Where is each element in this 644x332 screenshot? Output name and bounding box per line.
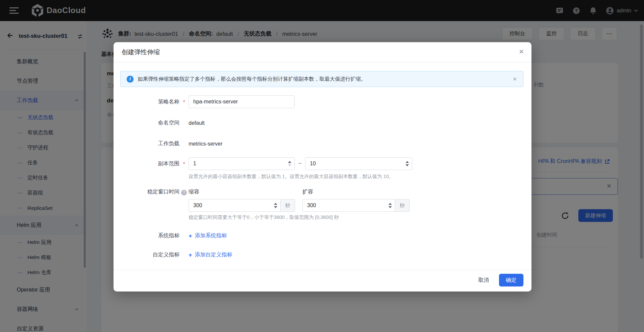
add-system-metric-link[interactable]: + 添加系统指标: [189, 232, 227, 239]
plus-icon: +: [189, 233, 192, 239]
required-asterisk: *: [183, 161, 185, 167]
replica-min-stepper[interactable]: [288, 161, 291, 166]
modal-close-icon[interactable]: ✕: [519, 48, 524, 56]
replica-max-input[interactable]: 10: [305, 157, 412, 170]
stability-window-label: 稳定窗口时间: [114, 188, 180, 212]
replica-min-input[interactable]: 1: [189, 157, 295, 170]
scale-in-stepper[interactable]: [274, 203, 277, 208]
scale-out-window-input[interactable]: 300: [302, 199, 395, 212]
modal-footer-divider: [114, 270, 531, 270]
plus-icon: +: [189, 252, 192, 258]
modal-footer: 取消 确定: [478, 274, 523, 286]
stability-window-helper: 稳定窗口时间需要大于等于0，小于等于3600，取值范围为 [0,3600] 秒: [189, 214, 339, 221]
add-custom-metric-link[interactable]: + 添加自定义指标: [189, 251, 232, 258]
app-root: DaoCloud ? admin: [0, 0, 644, 332]
modal-title: 创建弹性伸缩: [122, 42, 160, 62]
scale-out-group: 300 秒: [302, 199, 410, 212]
scale-out-stepper[interactable]: [388, 203, 392, 208]
seconds-unit: 秒: [395, 199, 410, 212]
scale-in-group: 300 秒: [189, 199, 295, 212]
replica-max-stepper[interactable]: [406, 161, 409, 166]
namespace-label: 命名空间: [114, 119, 180, 127]
namespace-value: default: [189, 120, 205, 126]
info-icon: i: [127, 76, 134, 83]
seconds-unit: 秒: [281, 199, 295, 212]
modal-header-divider: [114, 62, 531, 63]
replica-range-label: 副本范围: [114, 160, 180, 167]
alert-close-icon[interactable]: ✕: [513, 76, 517, 82]
required-asterisk: *: [183, 99, 185, 105]
info-alert-text: 如果弹性伸缩策略指定了多个指标，那么会按照每个指标分别计算扩缩副本数，取最大值进…: [138, 76, 509, 83]
policy-name-input[interactable]: hpa-metrics-server: [189, 95, 295, 108]
workload-value: metrics-server: [189, 141, 222, 147]
range-separator: ~: [295, 161, 305, 167]
scale-in-label: 缩容: [189, 188, 295, 195]
help-icon[interactable]: ?: [181, 190, 187, 195]
info-alert: i 如果弹性伸缩策略指定了多个指标，那么会按照每个指标分别计算扩缩副本数，取最大…: [120, 71, 523, 87]
confirm-button[interactable]: 确定: [499, 274, 523, 286]
workload-label: 工作负载: [114, 140, 180, 147]
cancel-button[interactable]: 取消: [478, 277, 489, 284]
create-hpa-modal: 创建弹性伸缩 ✕ i 如果弹性伸缩策略指定了多个指标，那么会按照每个指标分别计算…: [114, 42, 531, 292]
replica-range-helper: 设置允许的最小容器组副本数量，默认值为 1。设置允许的最大容器组副本数量，默认值…: [189, 173, 393, 180]
system-metrics-label: 系统指标: [114, 232, 180, 239]
scale-out-label: 扩容: [302, 188, 410, 195]
custom-metrics-label: 自定义指标: [114, 251, 180, 258]
policy-name-label: 策略名称: [114, 98, 180, 105]
scale-in-window-input[interactable]: 300: [189, 199, 281, 212]
